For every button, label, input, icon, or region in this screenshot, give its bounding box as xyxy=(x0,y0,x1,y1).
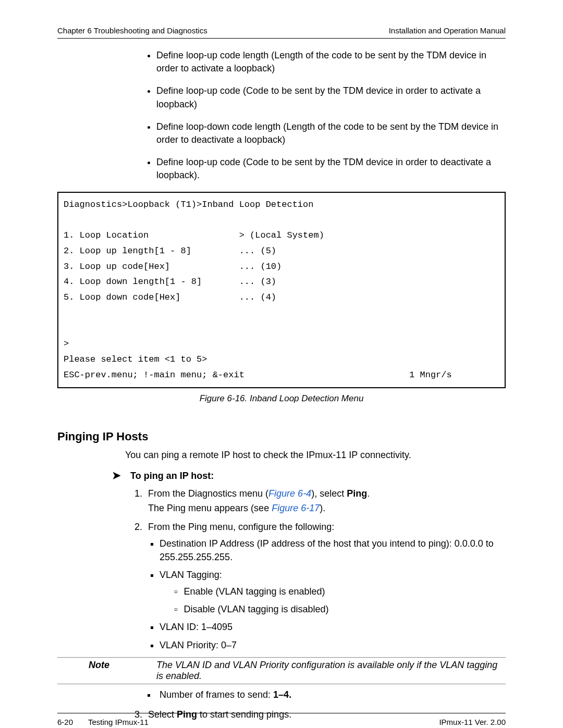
note-block: Note The VLAN ID and VLAN Priority confi… xyxy=(57,657,506,684)
step1-sub-pre: The Ping menu appears (see xyxy=(148,503,272,513)
step2-b2-text: VLAN Tagging: xyxy=(160,570,222,580)
after-note-item: Number of frames to send: 1–4. xyxy=(156,689,506,700)
footer-title: Testing IPmux-11 xyxy=(88,718,149,726)
figure-caption: Figure 6-16. Inband Loop Detection Menu xyxy=(57,393,506,404)
arrow-icon: ➤ xyxy=(112,469,121,482)
step-1: From the Diagnostics menu (Figure 6-4), … xyxy=(145,487,506,515)
step2-b3: VLAN ID: 1–4095 xyxy=(160,620,506,634)
figure-link-6-4[interactable]: Figure 6-4 xyxy=(268,488,311,499)
step1-sub-post: ). xyxy=(320,503,325,513)
figure-link-6-17[interactable]: Figure 6-17 xyxy=(272,503,320,513)
terminal-box: Diagnostics>Loopback (T1)>Inband Loop De… xyxy=(57,192,506,388)
step1-pre: From the Diagnostics menu ( xyxy=(148,488,268,499)
top-bullet-list: Define loop-up code length (Length of th… xyxy=(136,49,506,182)
top-bullet-item: Define loop-up code (Code to be sent by … xyxy=(156,84,506,110)
step2-b1: Destination IP Address (IP address of th… xyxy=(160,537,506,564)
steps-list: From the Diagnostics menu (Figure 6-4), … xyxy=(57,487,506,652)
step1-bold: Ping xyxy=(347,488,367,499)
section-heading-pinging: Pinging IP Hosts xyxy=(57,430,506,443)
after-note-pre: Number of frames to send: xyxy=(160,689,273,700)
top-bullet-item: Define loop-up code (Code to be sent by … xyxy=(156,156,506,182)
top-bullet-item: Define loop-up code length (Length of th… xyxy=(156,49,506,75)
terminal-text: Diagnostics>Loopback (T1)>Inband Loop De… xyxy=(64,197,499,383)
after-note-bold: 1–4. xyxy=(273,689,291,700)
step1-mid: ), select xyxy=(311,488,347,499)
header-right: Installation and Operation Manual xyxy=(389,26,506,35)
step2-b2b: Disable (VLAN tagging is disabled) xyxy=(174,602,506,616)
footer-left: 6-20 Testing IPmux-11 xyxy=(57,718,149,726)
page-header: Chapter 6 Troubleshooting and Diagnostic… xyxy=(57,26,506,39)
step2-intro: From the Ping menu, configure the follow… xyxy=(148,522,334,532)
step2-b2: VLAN Tagging: Enable (VLAN tagging is en… xyxy=(160,568,506,616)
note-text: The VLAN ID and VLAN Priority configurat… xyxy=(156,660,506,682)
page-footer: 6-20 Testing IPmux-11 IPmux-11 Ver. 2.00 xyxy=(57,713,506,726)
top-bullet-item: Define loop-down code length (Length of … xyxy=(156,120,506,146)
page: Chapter 6 Troubleshooting and Diagnostic… xyxy=(0,0,563,728)
procedure-heading-text: To ping an IP host: xyxy=(130,471,214,482)
step1-post: . xyxy=(367,488,370,499)
step2-b4: VLAN Priority: 0–7 xyxy=(160,638,506,652)
footer-right: IPmux-11 Ver. 2.00 xyxy=(439,718,506,726)
step2-b2a: Enable (VLAN tagging is enabled) xyxy=(174,585,506,598)
procedure-heading: ➤ To ping an IP host: xyxy=(112,469,506,482)
step-2: From the Ping menu, configure the follow… xyxy=(145,520,506,652)
step2-sublist: Destination IP Address (IP address of th… xyxy=(148,537,506,652)
intro-paragraph: You can ping a remote IP host to check t… xyxy=(125,449,506,462)
step2-b2-sublist: Enable (VLAN tagging is enabled) Disable… xyxy=(160,585,506,616)
footer-page-number: 6-20 xyxy=(57,718,73,726)
after-note-list: Number of frames to send: 1–4. xyxy=(156,689,506,700)
note-label: Note xyxy=(57,660,156,682)
header-left: Chapter 6 Troubleshooting and Diagnostic… xyxy=(57,26,207,35)
